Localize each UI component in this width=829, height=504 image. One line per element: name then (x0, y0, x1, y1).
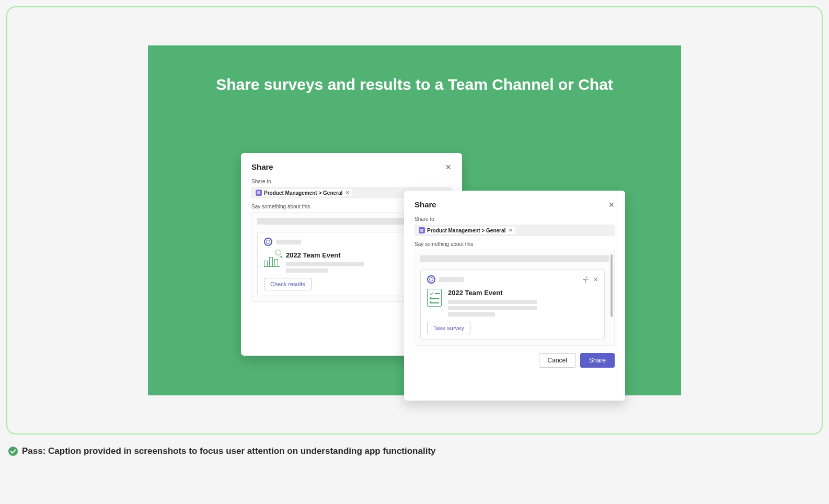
placeholder (286, 262, 364, 266)
close-icon[interactable]: ✕ (445, 163, 452, 171)
share-to-label: Share to (414, 216, 615, 222)
placeholder (276, 240, 301, 244)
chart-results-icon (264, 251, 280, 267)
attachment-card: ✕ 2022 Team Event (420, 269, 605, 340)
dialog-title: Share (251, 162, 273, 171)
placeholder (448, 312, 495, 317)
compose-area[interactable]: ✕ 2022 Team Event (414, 250, 615, 346)
card-title: 2022 Team Event (448, 289, 598, 297)
take-survey-button[interactable]: Take survey (427, 322, 470, 334)
close-icon[interactable]: ✕ (608, 201, 615, 209)
pass-check-icon (8, 447, 18, 456)
app-logo-icon (264, 238, 272, 246)
placeholder (448, 300, 537, 304)
compose-placeholder (420, 255, 609, 262)
placeholder (448, 306, 537, 310)
hero-panel: Share surveys and results to a Team Chan… (148, 45, 681, 395)
dialog-header: Share ✕ (251, 162, 452, 171)
dialog-header: Share ✕ (414, 200, 615, 209)
team-avatar-icon (256, 190, 262, 196)
share-button[interactable]: Share (580, 353, 615, 368)
card-close-icon[interactable]: ✕ (593, 276, 598, 283)
check-results-button[interactable]: Check results (264, 278, 312, 290)
caption-text: Pass: Caption provided in screenshots to… (22, 446, 436, 456)
cancel-button[interactable]: Cancel (539, 353, 576, 368)
collapse-icon[interactable] (583, 276, 589, 283)
validation-caption: Pass: Caption provided in screenshots to… (8, 446, 823, 456)
card-header: ✕ (427, 275, 598, 284)
survey-form-icon (427, 289, 442, 307)
placeholder (439, 277, 464, 282)
validation-frame: Share surveys and results to a Team Chan… (6, 6, 823, 435)
hero-title: Share surveys and results to a Team Chan… (148, 76, 681, 93)
team-avatar-icon (419, 227, 425, 233)
scrollbar[interactable] (611, 254, 613, 317)
chip-remove-icon[interactable]: ✕ (346, 190, 350, 195)
channel-chip[interactable]: Product Management > General ✕ (418, 227, 515, 234)
share-to-label: Share to (251, 179, 452, 184)
share-dialog-survey: Share ✕ Share to Product Management > Ge… (404, 191, 625, 401)
chip-text: Product Management > General (427, 228, 505, 233)
share-to-input[interactable]: Product Management > General ✕ (414, 225, 615, 236)
app-logo-icon (427, 275, 435, 284)
chip-text: Product Management > General (264, 190, 342, 196)
dialog-title: Share (414, 200, 436, 209)
dialog-footer: Cancel Share (414, 353, 615, 368)
channel-chip[interactable]: Product Management > General ✕ (255, 189, 352, 196)
placeholder (286, 268, 328, 273)
message-label: Say something about this (414, 241, 615, 247)
chip-remove-icon[interactable]: ✕ (509, 228, 513, 233)
